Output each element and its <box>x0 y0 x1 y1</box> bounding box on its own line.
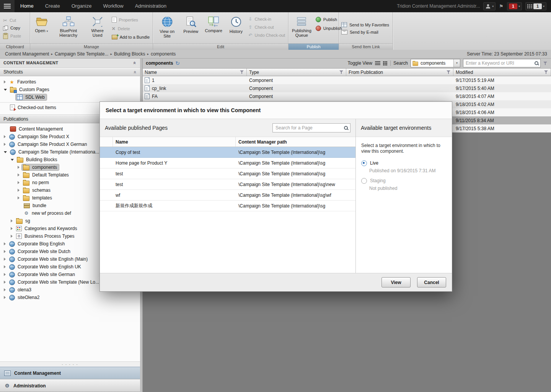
page-row[interactable]: Copy of test\Campaign Site Template (Int… <box>100 147 355 158</box>
table-row[interactable]: FAComponent9/18/2015 4:07 AM <box>142 92 551 100</box>
column-header-type[interactable]: Type <box>247 69 346 76</box>
notification-flag-icon[interactable]: ⚑ <box>499 3 504 9</box>
refresh-icon[interactable]: ↻ <box>175 60 180 66</box>
expander-right-icon[interactable] <box>18 181 20 184</box>
panel-resize-handle[interactable]: - - - - - <box>0 361 140 367</box>
shortcuts-section-header[interactable]: Shortcuts « <box>0 68 140 76</box>
breadcrumb-item-components[interactable]: components <box>150 51 177 57</box>
search-icon[interactable] <box>344 126 349 131</box>
expander-right-icon[interactable] <box>11 235 13 238</box>
expander-right-icon[interactable] <box>4 296 6 299</box>
breadcrumb-item-building-blocks[interactable]: Building Blocks <box>113 51 146 57</box>
tree-item-sdl-web[interactable]: SDL Web <box>0 93 140 101</box>
page-row[interactable]: 新規作成新規作成\Campaign Site Template (Interna… <box>100 201 355 211</box>
search-scope-dropdown[interactable]: components ▾ <box>411 59 460 67</box>
check-out-button[interactable]: ⇧Check-out <box>248 25 285 29</box>
cut-button[interactable]: ✂Cut <box>3 18 28 23</box>
menu-organize[interactable]: Organize <box>66 0 98 12</box>
copy-button[interactable]: Copy <box>3 26 28 31</box>
filter-funnel-icon[interactable] <box>240 70 244 74</box>
radio-unselected-icon[interactable] <box>361 178 367 184</box>
tree-item-siteolena2[interactable]: siteOlena2 <box>0 294 140 301</box>
check-in-button[interactable]: ⇩Check-in <box>248 17 285 21</box>
page-search-input[interactable] <box>273 125 344 131</box>
cancel-button[interactable]: Cancel <box>417 277 446 287</box>
expander-right-icon[interactable] <box>4 288 6 291</box>
expander-right-icon[interactable] <box>18 189 20 192</box>
table-row[interactable]: 1Component9/17/2015 5:19 AM <box>142 76 551 84</box>
tree-item-custom-pages[interactable]: Custom Pages <box>0 86 140 93</box>
expander-right-icon[interactable] <box>18 166 20 169</box>
publishing-queue-button[interactable]: Publishing Queue <box>290 13 313 43</box>
expander-down-icon[interactable] <box>4 151 7 153</box>
keyword-search-input[interactable] <box>463 60 534 66</box>
column-header-from-publication[interactable]: From Publication <box>346 69 453 76</box>
expander-right-icon[interactable] <box>4 80 6 83</box>
tree-item-favorites[interactable]: Favorites <box>0 78 140 86</box>
history-button[interactable]: History <box>226 13 246 43</box>
expander-right-icon[interactable] <box>4 250 6 253</box>
breadcrumb-item-campaign-site-template[interactable]: Campaign Site Template... <box>54 51 110 57</box>
environment-radio-row[interactable]: Live <box>361 160 447 166</box>
expander-right-icon[interactable] <box>4 135 6 138</box>
collapse-sidebar-icon[interactable]: « <box>132 61 138 64</box>
expander-right-icon[interactable] <box>11 219 13 222</box>
undo-check-out-button[interactable]: ↶Undo Check-out <box>248 33 285 38</box>
menu-home[interactable]: Home <box>15 0 39 12</box>
page-row[interactable]: test\Campaign Site Template (Internation… <box>100 179 355 190</box>
queue-status-dropdown[interactable]: 1 ▾ <box>525 2 546 10</box>
compare-button[interactable]: Compare <box>202 13 225 43</box>
user-avatar[interactable]: ▾ <box>483 2 496 10</box>
collapse-shortcuts-icon[interactable]: « <box>132 70 138 73</box>
menu-administration[interactable]: Administration <box>129 0 172 12</box>
radio-selected-icon[interactable] <box>361 160 367 166</box>
page-row[interactable]: wf\Campaign Site Template (International… <box>100 190 355 201</box>
table-row[interactable]: cp_linkComponent9/17/2015 5:40 AM <box>142 84 551 92</box>
properties-button[interactable]: Properties <box>112 17 150 23</box>
breadcrumb-item-content-management[interactable]: Content Management <box>4 51 50 57</box>
filter-funnel-icon[interactable] <box>339 70 344 74</box>
list-view-icon[interactable] <box>375 61 380 65</box>
where-used-button[interactable]: Where Used <box>86 13 109 43</box>
column-header-modified[interactable]: Modified <box>453 69 551 76</box>
delete-button[interactable]: ✕Delete <box>112 26 150 31</box>
expander-right-icon[interactable] <box>4 281 6 284</box>
view-button[interactable]: View <box>381 277 411 287</box>
expander-right-icon[interactable] <box>18 173 20 176</box>
view-on-site-button[interactable]: View on Site <box>155 13 179 43</box>
filter-funnel-icon[interactable] <box>544 70 548 74</box>
blueprint-hierarchy-button[interactable]: BluePrint Hierarchy <box>52 13 85 43</box>
expander-right-icon[interactable] <box>4 258 6 261</box>
column-header-name[interactable]: Name <box>142 69 247 76</box>
preview-button[interactable]: Preview <box>180 13 201 43</box>
panel-administration[interactable]: Administration <box>0 379 140 392</box>
filter-funnel-icon[interactable] <box>447 70 451 74</box>
publish-button[interactable]: Publish <box>316 17 342 22</box>
search-icon[interactable] <box>534 61 539 66</box>
pages-column-name[interactable]: Name <box>113 137 236 147</box>
send-by-email-button[interactable]: Send by E-mail <box>341 30 391 34</box>
pages-column-path[interactable]: Content Manager path <box>236 137 355 147</box>
page-row[interactable]: test\Campaign Site Template (Internation… <box>100 168 355 179</box>
page-row[interactable]: Home page for Product Y\Campaign Site Te… <box>100 158 355 168</box>
message-alert-dropdown[interactable]: 1 ▾ <box>507 2 522 10</box>
expander-right-icon[interactable] <box>11 227 13 230</box>
expander-right-icon[interactable] <box>4 143 6 146</box>
expander-down-icon[interactable] <box>4 89 7 91</box>
filter-funnel-icon[interactable] <box>543 61 548 65</box>
grid-view-icon[interactable] <box>383 61 388 65</box>
environment-radio-row[interactable]: Staging <box>361 178 447 184</box>
expander-right-icon[interactable] <box>18 196 20 199</box>
expander-right-icon[interactable] <box>4 265 6 268</box>
hamburger-menu-icon[interactable] <box>0 0 15 12</box>
expander-right-icon[interactable] <box>4 273 6 276</box>
panel-content-management[interactable]: Content Management <box>0 367 140 379</box>
paste-button[interactable]: Paste <box>3 33 28 39</box>
add-to-bundle-button[interactable]: Add to a Bundle <box>112 35 150 39</box>
send-to-favorites-button[interactable]: Send to My Favorites <box>341 22 391 27</box>
open-button[interactable]: Open ▾ <box>32 13 51 43</box>
menu-workflow[interactable]: Workflow <box>97 0 129 12</box>
expander-down-icon[interactable] <box>11 159 14 161</box>
menu-create[interactable]: Create <box>39 0 66 12</box>
unpublish-button[interactable]: Unpublish <box>316 26 342 31</box>
